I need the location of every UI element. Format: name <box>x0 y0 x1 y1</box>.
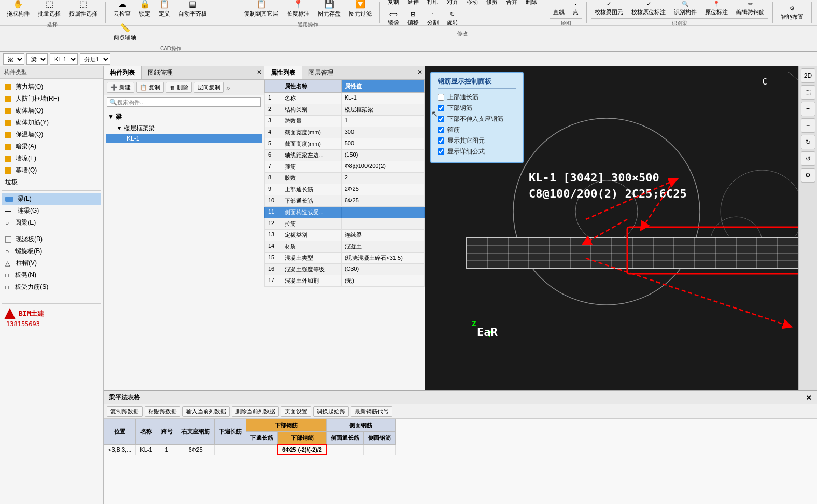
origin-mark-button[interactable]: 📍原位标注 <box>701 0 731 18</box>
bottom-close-btn[interactable]: ✕ <box>806 394 812 402</box>
paste-span-btn[interactable]: 粘贴跨数据 <box>145 406 180 417</box>
more-button[interactable]: » <box>226 83 230 92</box>
comp-panel-close[interactable]: ✕ <box>255 66 264 79</box>
two-pt-axis-button[interactable]: 📏 两点辅轴 <box>110 21 140 44</box>
rebar-checkbox-other[interactable] <box>438 137 444 144</box>
straight-line-button[interactable]: —直线 <box>550 0 568 18</box>
attr-row-14[interactable]: 14 材质 混凝土 <box>265 241 425 253</box>
rebar-checkbox-bottom-no-support[interactable] <box>438 116 444 122</box>
tool-zoom-out[interactable]: − <box>801 118 815 133</box>
attr-row-6[interactable]: 6 轴线距梁左边... (150) <box>265 150 425 161</box>
trim-button[interactable]: ✂修剪 <box>483 0 501 8</box>
interlayer-copy-button[interactable]: 层间复制 <box>194 82 224 93</box>
attr-row-9[interactable]: 9 上部通长筋 2Φ25 <box>265 184 425 195</box>
tab-comp-list[interactable]: 构件列表 <box>104 66 142 79</box>
offset-button[interactable]: ⊟偏移 <box>404 9 422 29</box>
attr-row-2[interactable]: 2 结构类别 楼层框架梁 <box>265 104 425 116</box>
sidebar-item-beam[interactable]: 梁(L) <box>2 193 101 205</box>
rebar-option-other-elem[interactable]: 显示其它图元 <box>438 136 516 145</box>
search-input[interactable] <box>117 99 258 105</box>
print-button[interactable]: 🖨打印 <box>424 0 442 8</box>
page-setup-btn[interactable]: 页面设置 <box>281 406 311 417</box>
lock-button[interactable]: 🔒 锁定 <box>135 0 154 20</box>
align-button[interactable]: ≡对齐 <box>443 0 462 8</box>
attr-row-17[interactable]: 17 混凝土外加剂 (无) <box>265 275 425 287</box>
canvas-area[interactable]: 钢筋显示控制面板 上部通长筋 下部钢筋 下部不伸入支座钢筋 <box>425 66 798 390</box>
define-button[interactable]: 📋 定义 <box>155 0 174 20</box>
edit-span-button[interactable]: ✏编辑跨钢筋 <box>733 0 768 18</box>
sidebar-item-insulation[interactable]: 保温墙(Q) <box>2 129 101 141</box>
sidebar-item-cast-slab[interactable]: 现浇板(B) <box>2 233 101 245</box>
copy-others-button[interactable]: 📋 复制到其它层 <box>241 0 282 20</box>
tree-group-beam[interactable]: ▼ 梁 <box>106 111 262 123</box>
batch-select-button[interactable]: ⬚ 批量选择 <box>34 0 64 20</box>
rebar-checkbox-detail[interactable] <box>438 148 444 155</box>
stretch-button[interactable]: ↔延伸 <box>404 0 422 8</box>
rebar-option-bottom[interactable]: 下部钢筋 <box>438 104 516 113</box>
type-selector-2[interactable]: 梁 <box>26 53 48 65</box>
sidebar-item-connecting-beam[interactable]: — 连梁(G) <box>2 205 101 217</box>
move-button[interactable]: ✥移动 <box>463 0 482 8</box>
elem-filter-button[interactable]: 🔽 图元过滤 <box>345 0 375 20</box>
identify-comp-button[interactable]: 🔍识别构件 <box>670 0 700 18</box>
element-selector[interactable]: KL-1 <box>50 53 78 65</box>
tab-attr-list[interactable]: 属性列表 <box>264 66 302 79</box>
sidebar-item-slab-bow[interactable]: □ 板凳(N) <box>2 269 101 281</box>
new-comp-button[interactable]: ➕ 新建 <box>107 82 134 93</box>
sidebar-item-hidden-beam[interactable]: 暗梁(A) <box>2 141 101 152</box>
tool-settings[interactable]: ⚙ <box>801 168 815 183</box>
tool-3d[interactable]: ⬚ <box>801 85 815 100</box>
attr-row-5[interactable]: 5 截面高度(mm) 500 <box>265 138 425 150</box>
tab-layer-mgmt[interactable]: 图层管理 <box>302 66 340 79</box>
attr-row-10[interactable]: 10 下部通长筋 6Φ25 <box>265 195 425 207</box>
cloud-check-button[interactable]: ☁ 云检查 <box>110 0 134 20</box>
attr-row-11[interactable]: 11 侧面构造或受... <box>265 207 425 218</box>
tool-2d[interactable]: 2D <box>801 68 815 83</box>
type-selector-1[interactable]: 梁 <box>3 53 24 65</box>
attr-panel-close[interactable]: ✕ <box>415 66 425 79</box>
tool-rotate-cw[interactable]: ↻ <box>801 135 815 149</box>
tree-item-kl1[interactable]: KL-1 <box>106 134 262 143</box>
sidebar-item-curtain[interactable]: 幕墙(Q) <box>2 164 101 176</box>
delete-comp-button[interactable]: 🗑 删除 <box>166 82 192 93</box>
tool-zoom-in[interactable]: + <box>801 102 815 116</box>
auto-level-button[interactable]: ▤ 自动平齐板 <box>175 0 210 20</box>
attr-row-4[interactable]: 4 截面宽度(mm) 300 <box>265 127 425 138</box>
attr-row-3[interactable]: 3 跨数量 1 <box>265 116 425 127</box>
attr-row-16[interactable]: 16 混凝土强度等级 (C30) <box>265 264 425 275</box>
sidebar-item-shear-wall[interactable]: 剪力墙(Q) <box>2 81 101 93</box>
sidebar-item-civil-defense[interactable]: 人防门框墙(RF) <box>2 93 101 105</box>
rebar-option-bottom-no-support[interactable]: 下部不伸入支座钢筋 <box>438 115 516 123</box>
divide-button[interactable]: ÷分割 <box>424 9 442 29</box>
elem-disk-button[interactable]: 💾 图元存盘 <box>314 0 344 20</box>
sidebar-item-circular-beam[interactable]: ○ 圆梁(E) <box>2 217 101 229</box>
smart-config-button[interactable]: ⚙ 智能布置 <box>777 3 807 23</box>
attr-row-15[interactable]: 15 混凝土类型 (现浇混凝土碎石<31.5) <box>265 253 425 264</box>
attr-row-1[interactable]: 1 名称 KL-1 <box>265 93 425 104</box>
attr-row-8[interactable]: 8 胶数 2 <box>265 173 425 184</box>
tool-rotate-ccw[interactable]: ↺ <box>801 151 815 166</box>
sidebar-item-slab-rebar[interactable]: □ 板受力筋(S) <box>2 281 101 293</box>
copy-span-btn[interactable]: 复制跨数据 <box>107 406 143 417</box>
sidebar-item-masonry-rebar[interactable]: 砌体加筋(Y) <box>2 117 101 129</box>
point-button[interactable]: •点 <box>569 0 582 18</box>
verify-diagram-button[interactable]: ✓校核梁图元 <box>591 0 627 18</box>
input-col-btn[interactable]: 输入当前列数据 <box>182 406 230 417</box>
attr-row-7[interactable]: 7 箍筋 Φ8@100/200(2) <box>265 161 425 173</box>
rotate-button[interactable]: ↻旋转 <box>443 9 462 29</box>
rebar-option-stirrup[interactable]: 箍筋 <box>438 125 516 134</box>
verify-origin-button[interactable]: ✓校核原位标注 <box>628 0 669 18</box>
rebar-checkbox-bottom[interactable] <box>438 105 444 111</box>
sidebar-item-wall-block[interactable]: 墙垛(E) <box>2 152 101 164</box>
long-mark-button[interactable]: 📍 长度标注 <box>283 0 313 20</box>
grab-button[interactable]: ✋ 拖取构件 <box>3 0 33 20</box>
rebar-option-top-through[interactable]: 上部通长筋 <box>438 93 516 102</box>
attr-select-button[interactable]: ⬚ 按属性选择 <box>65 0 101 20</box>
delete-col-btn[interactable]: 删除当前列数据 <box>232 406 279 417</box>
rebar-checkbox-stirrup[interactable] <box>438 127 444 133</box>
delete-button[interactable]: 🗑删除 <box>522 0 541 8</box>
sidebar-item-spiral-slab[interactable]: ○ 螺旋板(B) <box>2 245 101 257</box>
tab-drawing-mgmt[interactable]: 图纸管理 <box>142 66 179 79</box>
sidebar-item-column-cap[interactable]: △ 柱帽(V) <box>2 257 101 269</box>
copy-comp-button[interactable]: 📋 复制 <box>136 82 164 93</box>
